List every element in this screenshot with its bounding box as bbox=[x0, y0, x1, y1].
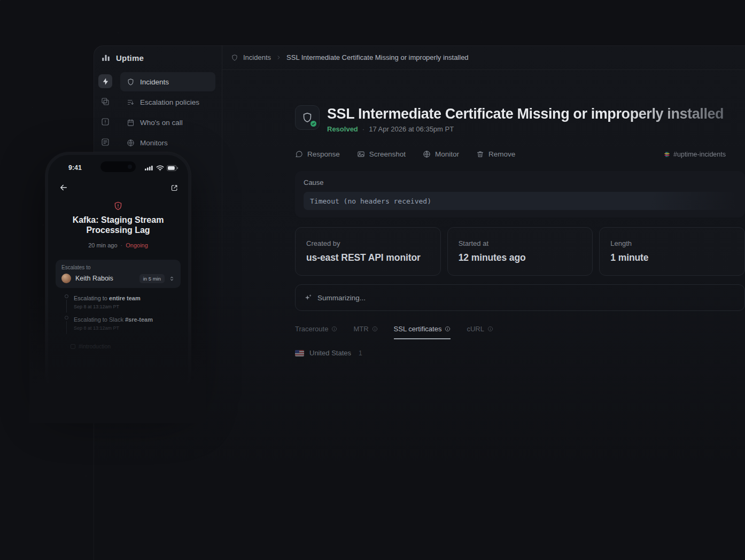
phone-incident-title: Kafka: Staging Stream Processing Lag bbox=[53, 215, 183, 235]
rail-log-button[interactable] bbox=[98, 135, 112, 149]
sparkle-icon bbox=[304, 294, 312, 302]
cause-input[interactable]: Timeout (no headers received) bbox=[304, 192, 736, 210]
phone-nav-bar bbox=[48, 182, 188, 193]
app-title: Uptime bbox=[116, 53, 144, 63]
stat-value: us-east REST API monitor bbox=[306, 252, 430, 263]
slack-channel-chip[interactable]: #uptime-incidents bbox=[664, 151, 726, 158]
resolved-check-icon bbox=[311, 121, 316, 127]
signal-icon bbox=[145, 165, 153, 171]
timeline-text: Escalating to bbox=[74, 295, 109, 301]
tab-mtr[interactable]: MTR bbox=[353, 325, 377, 339]
main-content: SSL Intermediate Certificate Missing or … bbox=[222, 70, 745, 560]
escalation-icon bbox=[127, 98, 135, 106]
sidebar-item-whos-on-call[interactable]: Who's on call bbox=[120, 113, 215, 132]
sidebar-item-label: Incidents bbox=[140, 78, 169, 86]
region-count: 1 bbox=[359, 349, 362, 357]
incident-shield-icon bbox=[295, 105, 320, 130]
rail-panels-button[interactable] bbox=[98, 95, 112, 108]
breadcrumb: Incidents SSL Intermediate Certificate M… bbox=[222, 45, 745, 70]
back-button[interactable] bbox=[59, 183, 68, 192]
stat-label: Started at bbox=[459, 239, 582, 247]
phone-mockup: 9:41 bbox=[45, 152, 191, 398]
sidebar-item-monitors[interactable]: Monitors bbox=[120, 133, 215, 152]
sidebar-item-label: Who's on call bbox=[140, 119, 183, 127]
info-icon bbox=[331, 326, 337, 332]
rail-flash-button[interactable] bbox=[98, 74, 112, 88]
remove-label: Remove bbox=[488, 150, 515, 158]
phone-status-bar: 9:41 bbox=[48, 162, 188, 173]
sidebar-item-incidents[interactable]: Incidents bbox=[120, 72, 215, 91]
chevron-right-icon bbox=[276, 55, 282, 60]
speech-bubble-icon bbox=[295, 150, 303, 158]
response-label: Response bbox=[307, 150, 340, 158]
response-button[interactable]: Response bbox=[295, 150, 340, 158]
ai-summary-bar: Summarizing... bbox=[295, 284, 745, 311]
footer-icon bbox=[71, 344, 75, 349]
incident-hero: SSL Intermediate Certificate Missing or … bbox=[295, 105, 745, 133]
stat-label: Length bbox=[610, 239, 734, 247]
timeline-date: Sep 8 at 13:12am PT bbox=[74, 304, 141, 309]
region-label: United States bbox=[309, 349, 351, 357]
sidebar-item-escalation-policies[interactable]: Escalation policies bbox=[120, 92, 215, 112]
incident-stats: Created by us-east REST API monitor Star… bbox=[295, 227, 745, 276]
timeline-item: Escalating to entire team Sep 8 at 13:12… bbox=[64, 293, 180, 314]
image-icon bbox=[357, 150, 365, 158]
incident-status-row: Resolved · 17 Apr 2026 at 06:35pm PT bbox=[327, 125, 724, 133]
stat-length: Length 1 minute bbox=[599, 227, 745, 276]
icon-rail bbox=[98, 74, 112, 149]
eta-badge: in 5 min bbox=[139, 274, 165, 283]
page: Uptime Incidents bbox=[0, 0, 745, 560]
separator-dot: · bbox=[362, 125, 364, 133]
info-icon bbox=[487, 326, 493, 332]
tab-curl[interactable]: cURL bbox=[467, 325, 493, 339]
incident-timestamp: 17 Apr 2026 at 06:35pm PT bbox=[369, 125, 454, 133]
region-row[interactable]: United States 1 bbox=[295, 349, 745, 357]
screenshot-label: Screenshot bbox=[369, 150, 406, 158]
timeline-date: Sep 8 at 13:12am PT bbox=[74, 325, 153, 331]
info-icon bbox=[445, 326, 451, 332]
shield-icon bbox=[231, 54, 238, 61]
timeline-target: #sre-team bbox=[125, 316, 153, 323]
detail-tabs: Traceroute MTR SSL certificates bbox=[295, 325, 745, 339]
tab-ssl-certificates[interactable]: SSL certificates bbox=[394, 325, 451, 339]
monitor-label: Monitor bbox=[435, 150, 459, 158]
dynamic-island bbox=[100, 161, 136, 172]
rail-alert-button[interactable] bbox=[98, 115, 112, 129]
wifi-icon bbox=[156, 165, 164, 171]
title-line-2: Processing Lag bbox=[53, 225, 183, 235]
uptime-logo-icon bbox=[101, 53, 111, 63]
globe-icon bbox=[423, 150, 431, 158]
tab-traceroute[interactable]: Traceroute bbox=[295, 325, 337, 339]
globe-icon bbox=[127, 139, 135, 147]
escalates-label: Escalates to bbox=[61, 265, 175, 270]
time-ago: 20 min ago bbox=[88, 242, 117, 248]
stat-started-at: Started at 12 minutes ago bbox=[447, 227, 593, 276]
timeline-text: Escalating to Slack bbox=[74, 316, 125, 323]
timeline-item: Escalating to Slack #sre-team Sep 8 at 1… bbox=[64, 314, 180, 336]
phone-incident-meta: 20 min ago · Ongoing bbox=[48, 242, 188, 248]
separator-dot: · bbox=[121, 242, 123, 248]
calendar-icon bbox=[127, 119, 135, 127]
monitor-button[interactable]: Monitor bbox=[423, 150, 459, 158]
slack-channel-label: #uptime-incidents bbox=[673, 151, 726, 158]
stat-label: Created by bbox=[306, 239, 430, 247]
timeline-target: entire team bbox=[109, 295, 141, 301]
incident-actions: Response Screenshot Monitor bbox=[295, 150, 745, 158]
external-link-button[interactable] bbox=[170, 184, 179, 192]
shield-icon bbox=[127, 78, 135, 86]
breadcrumb-incidents-link[interactable]: Incidents bbox=[243, 53, 271, 61]
stat-value: 1 minute bbox=[610, 252, 734, 263]
incident-title: SSL Intermediate Certificate Missing or … bbox=[327, 105, 724, 122]
sidebar-header: Uptime bbox=[101, 53, 144, 63]
title-line-1: Kafka: Staging Stream bbox=[53, 215, 183, 225]
screenshot-button[interactable]: Screenshot bbox=[357, 150, 406, 158]
tab-label: MTR bbox=[353, 325, 368, 333]
avatar bbox=[61, 274, 71, 283]
trash-icon bbox=[476, 150, 484, 158]
remove-button[interactable]: Remove bbox=[476, 150, 515, 158]
collapse-icon[interactable] bbox=[169, 276, 175, 282]
tab-label: SSL certificates bbox=[394, 325, 442, 333]
stat-created-by: Created by us-east REST API monitor bbox=[295, 227, 441, 276]
assignee-name: Keith Rabois bbox=[75, 275, 113, 282]
info-icon bbox=[372, 326, 378, 332]
